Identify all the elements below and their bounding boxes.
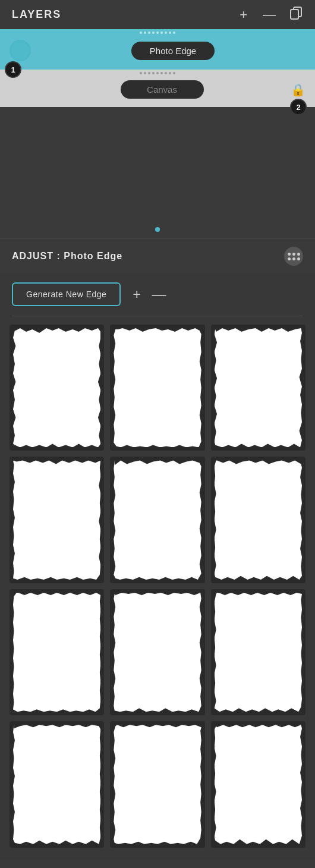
edge-thumbnail-9[interactable] [211, 589, 305, 715]
svg-rect-1 [291, 10, 298, 19]
generate-row: Generate New Edge + — [0, 273, 315, 312]
adjust-panel: ADJUST : Photo Edge Generate New Edge + … [0, 238, 315, 860]
remove-edge-button[interactable]: — [152, 287, 166, 301]
divider [12, 316, 303, 316]
edge-thumbnail-3[interactable] [211, 325, 305, 451]
add-layer-button[interactable]: + [237, 8, 250, 21]
remove-layer-button[interactable]: — [260, 8, 278, 21]
photo-edge-layer-row[interactable]: Photo Edge 1 [0, 29, 315, 70]
edge-inner-10 [13, 725, 100, 844]
layer-badge-1: 1 [5, 61, 21, 78]
layers-empty-area [0, 107, 315, 238]
edge-thumbnail-7[interactable] [10, 589, 104, 715]
edge-inner-4 [13, 460, 100, 579]
generate-actions: + — [133, 287, 166, 301]
generate-new-edge-button[interactable]: Generate New Edge [12, 282, 121, 306]
edge-thumbnail-6[interactable] [211, 457, 305, 583]
edge-thumbnail-4[interactable] [10, 457, 104, 583]
photo-edge-layer-label: Photo Edge [40, 42, 305, 60]
edge-thumbnail-11[interactable] [110, 721, 204, 847]
edge-inner-1 [13, 328, 100, 447]
adjust-header: ADJUST : Photo Edge [0, 238, 315, 273]
edge-inner-11 [114, 725, 201, 844]
edge-inner-9 [215, 593, 302, 712]
copy-layer-button[interactable] [289, 6, 303, 23]
edge-thumbnail-2[interactable] [110, 325, 204, 451]
photo-edge-layer-pill: Photo Edge [131, 42, 215, 60]
layer-badge-2: 2 [290, 99, 307, 115]
lock-icon: 🔒 [291, 83, 305, 97]
page-indicator-dot [155, 227, 160, 232]
layers-title: LAYERS [12, 8, 61, 21]
edge-inner-8 [114, 593, 201, 712]
edge-thumbnail-5[interactable] [110, 457, 204, 583]
adjust-title: ADJUST : Photo Edge [12, 251, 122, 262]
drag-handle-top [140, 32, 175, 34]
drag-handle-canvas [140, 72, 175, 74]
edge-inner-12 [215, 725, 302, 844]
adjust-settings-button[interactable] [284, 247, 303, 266]
edge-thumbnail-grid [0, 325, 315, 860]
dots-menu-icon [284, 247, 303, 266]
canvas-layer-pill: Canvas [121, 80, 204, 99]
edge-inner-5 [114, 460, 201, 579]
layers-panel: LAYERS + — Photo Edge 1 [0, 0, 315, 238]
canvas-layer-row[interactable]: Canvas 🔒 2 [0, 70, 315, 107]
edge-inner-6 [215, 460, 302, 579]
edge-inner-3 [215, 328, 302, 447]
layer-visibility-toggle[interactable] [10, 40, 31, 61]
edge-thumbnail-12[interactable] [211, 721, 305, 847]
edge-thumbnail-10[interactable] [10, 721, 104, 847]
edge-thumbnail-8[interactable] [110, 589, 204, 715]
edge-thumbnail-1[interactable] [10, 325, 104, 451]
layers-header-actions: + — [237, 6, 303, 23]
canvas-layer-label: Canvas [39, 80, 285, 99]
edge-inner-2 [114, 328, 201, 447]
layers-header: LAYERS + — [0, 0, 315, 29]
edge-inner-7 [13, 593, 100, 712]
add-edge-button[interactable]: + [133, 287, 141, 301]
